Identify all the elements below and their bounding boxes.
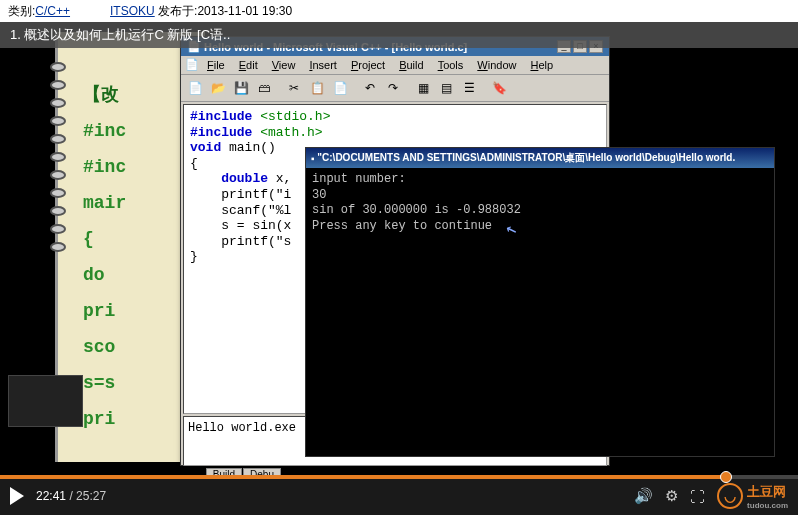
menu-window[interactable]: Window bbox=[471, 58, 522, 72]
menu-view[interactable]: View bbox=[266, 58, 302, 72]
author-link[interactable]: ITSOKU bbox=[110, 4, 155, 18]
progress-bar[interactable] bbox=[0, 475, 798, 479]
console-line: Press any key to continue bbox=[312, 219, 768, 235]
settings-icon[interactable]: ⚙ bbox=[665, 487, 678, 505]
video-description-overlay: 1. 概述以及如何上机运行C 新版 [C语.. bbox=[0, 22, 798, 48]
brand-text: 土豆网 bbox=[747, 483, 788, 501]
console-title-text: "C:\DOCUMENTS AND SETTINGS\ADMINISTRATOR… bbox=[317, 151, 769, 165]
menu-project[interactable]: Project bbox=[345, 58, 391, 72]
console-titlebar[interactable]: ▪ "C:\DOCUMENTS AND SETTINGS\ADMINISTRAT… bbox=[306, 148, 774, 168]
video-player-controls: 22:41 / 25:27 🔊 ⚙ ⛶ ◡ 土豆网 tudou.com bbox=[0, 475, 798, 515]
tab-build[interactable]: Build bbox=[206, 468, 242, 475]
menu-edit[interactable]: Edit bbox=[233, 58, 264, 72]
undo-icon[interactable]: ↶ bbox=[360, 78, 380, 98]
new-file-icon[interactable]: 📄 bbox=[185, 78, 205, 98]
spiral-binding bbox=[50, 62, 70, 260]
publish-label: 发布于: bbox=[158, 3, 197, 20]
save-all-icon[interactable]: 🗃 bbox=[254, 78, 274, 98]
time-display: 22:41 / 25:27 bbox=[36, 489, 106, 503]
output-tabs: ◂ ▸ Build Debu bbox=[181, 468, 609, 475]
console-line: 30 bbox=[312, 188, 768, 204]
logo-face-icon: ◡ bbox=[717, 483, 743, 509]
find-icon[interactable]: ☰ bbox=[459, 78, 479, 98]
time-total: 25:27 bbox=[76, 489, 106, 503]
menu-tools[interactable]: Tools bbox=[432, 58, 470, 72]
category-link[interactable]: C/C++ bbox=[35, 4, 70, 18]
output-icon[interactable]: ▤ bbox=[436, 78, 456, 98]
category-label: 类别: bbox=[8, 3, 35, 20]
save-icon[interactable]: 💾 bbox=[231, 78, 251, 98]
ide-toolbar: 📄 📂 💾 🗃 ✂ 📋 📄 ↶ ↷ ▦ ▤ ☰ 🔖 bbox=[181, 75, 609, 102]
site-logo[interactable]: ◡ 土豆网 tudou.com bbox=[717, 483, 788, 510]
progress-fill bbox=[0, 475, 726, 479]
console-line: input number: bbox=[312, 172, 768, 188]
volume-icon[interactable]: 🔊 bbox=[634, 487, 653, 505]
progress-knob[interactable] bbox=[720, 471, 732, 483]
publish-date: 2013-11-01 19:30 bbox=[197, 4, 292, 18]
console-window[interactable]: ▪ "C:\DOCUMENTS AND SETTINGS\ADMINISTRAT… bbox=[305, 147, 775, 457]
console-output: input number: 30 sin of 30.000000 is -0.… bbox=[306, 168, 774, 238]
menu-build[interactable]: Build bbox=[393, 58, 429, 72]
cut-icon[interactable]: ✂ bbox=[284, 78, 304, 98]
page-metadata-bar: 类别: C/C++ ITSOKU 发布于: 2013-11-01 19:30 bbox=[0, 0, 798, 22]
console-line: sin of 30.000000 is -0.988032 bbox=[312, 203, 768, 219]
tab-debug[interactable]: Debu bbox=[243, 468, 281, 475]
copy-icon[interactable]: 📋 bbox=[307, 78, 327, 98]
open-icon[interactable]: 📂 bbox=[208, 78, 228, 98]
doc-icon: 📄 bbox=[185, 58, 199, 72]
menu-file[interactable]: File bbox=[201, 58, 231, 72]
paste-icon[interactable]: 📄 bbox=[330, 78, 350, 98]
brand-sub: tudou.com bbox=[747, 501, 788, 510]
menu-help[interactable]: Help bbox=[524, 58, 559, 72]
play-button[interactable] bbox=[10, 487, 24, 505]
time-current: 22:41 bbox=[36, 489, 66, 503]
redo-icon[interactable]: ↷ bbox=[383, 78, 403, 98]
fullscreen-icon[interactable]: ⛶ bbox=[690, 488, 705, 505]
bookmark-icon[interactable]: 🔖 bbox=[489, 78, 509, 98]
menu-insert[interactable]: Insert bbox=[303, 58, 343, 72]
ide-menu-bar: 📄 File Edit View Insert Project Build To… bbox=[181, 56, 609, 75]
video-viewport: 1. 概述以及如何上机运行C 新版 [C语.. 【改 #inc #inc mai… bbox=[0, 22, 798, 475]
workspace-icon[interactable]: ▦ bbox=[413, 78, 433, 98]
seek-preview-thumbnail bbox=[8, 375, 83, 427]
